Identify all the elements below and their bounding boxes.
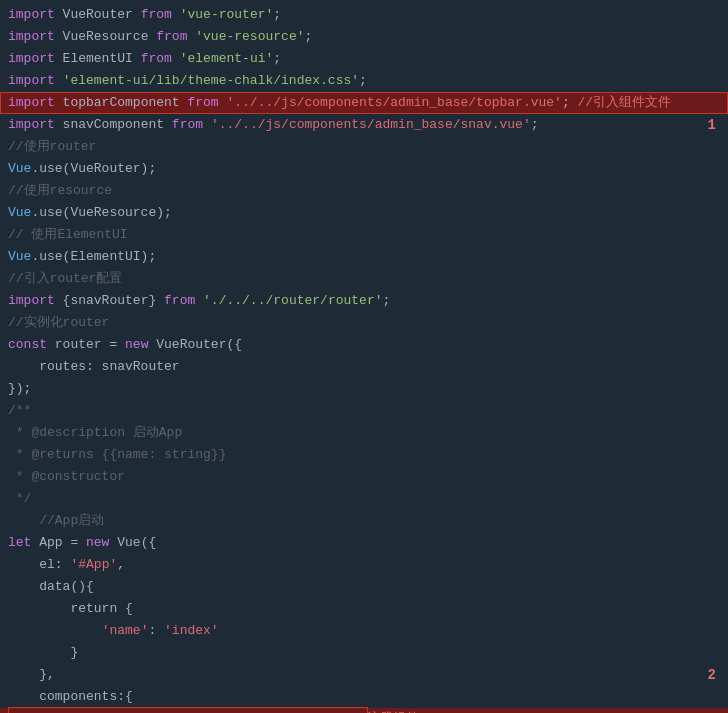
code-line: import {snavRouter} from './../../router… (0, 290, 728, 312)
code-line: /** (0, 400, 728, 422)
code-line: //App启动 (0, 510, 728, 532)
code-line: Vue.use(VueResource); (0, 202, 728, 224)
code-line: //使用resource (0, 180, 728, 202)
number-badge: 1 (708, 115, 716, 135)
code-line: routes: snavRouter (0, 356, 728, 378)
code-line: Vue.use(ElementUI); (0, 246, 728, 268)
code-line: * @constructor (0, 466, 728, 488)
code-line: data(){ (0, 576, 728, 598)
code-line: components:{ (0, 686, 728, 708)
code-line: * @description 启动App (0, 422, 728, 444)
code-line: 'name': 'index' (0, 620, 728, 642)
code-line: } (0, 642, 728, 664)
code-line: }); (0, 378, 728, 400)
code-line: import 'element-ui/lib/theme-chalk/index… (0, 70, 728, 92)
code-line: el: '#App', (0, 554, 728, 576)
code-line: //使用router (0, 136, 728, 158)
code-line: return { (0, 598, 728, 620)
code-line: // 使用ElementUI (0, 224, 728, 246)
code-line: const router = new VueRouter({ (0, 334, 728, 356)
number-badge: 2 (708, 665, 716, 685)
code-line: 'topbar-component':topbarComponent, //注册… (0, 708, 728, 713)
code-line: import snavComponent from '../../js/comp… (0, 114, 728, 136)
code-line: },2 (0, 664, 728, 686)
code-line: Vue.use(VueRouter); (0, 158, 728, 180)
code-line: //引入router配置 (0, 268, 728, 290)
code-line: import ElementUI from 'element-ui'; (0, 48, 728, 70)
code-line: import VueResource from 'vue-resource'; (0, 26, 728, 48)
code-line: * @returns {{name: string}} (0, 444, 728, 466)
code-container: import VueRouter from 'vue-router';impor… (0, 0, 728, 713)
code-line: //实例化router (0, 312, 728, 334)
code-line: */ (0, 488, 728, 510)
code-line: import topbarComponent from '../../js/co… (0, 92, 728, 114)
code-line: import VueRouter from 'vue-router'; (0, 4, 728, 26)
code-line: let App = new Vue({ (0, 532, 728, 554)
